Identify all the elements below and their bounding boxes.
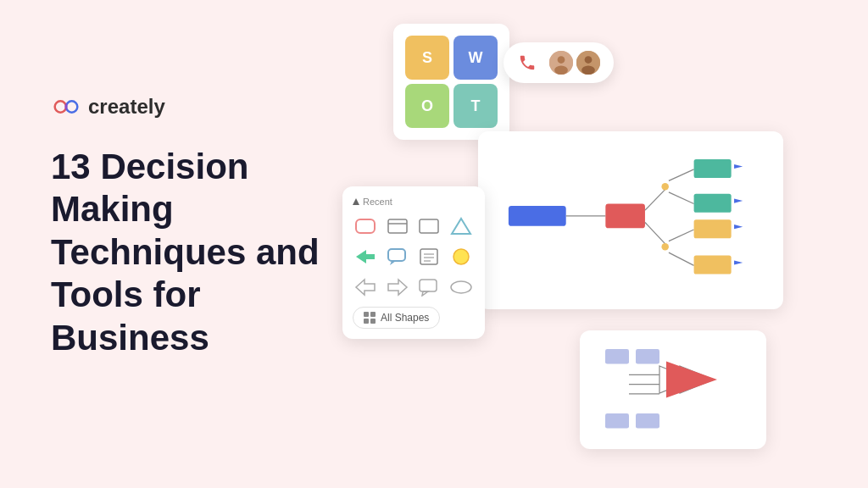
svg-line-18: [669, 252, 694, 265]
svg-rect-50: [605, 349, 629, 364]
svg-marker-44: [422, 291, 428, 296]
avatar-2: [575, 49, 602, 76]
svg-marker-23: [734, 164, 743, 169]
svg-marker-41: [356, 280, 375, 295]
creately-logo-icon: [51, 98, 81, 115]
shape-doc-item[interactable]: [416, 244, 442, 269]
svg-rect-58: [605, 413, 629, 429]
svg-rect-47: [370, 312, 376, 317]
svg-line-11: [645, 188, 666, 210]
svg-rect-34: [388, 249, 405, 261]
shape-oval-item[interactable]: [448, 274, 474, 300]
svg-line-17: [669, 230, 694, 241]
svg-rect-22: [694, 256, 732, 274]
swot-grid: S W O T: [405, 36, 498, 128]
svg-rect-21: [694, 219, 732, 238]
svg-marker-33: [356, 250, 375, 263]
svg-point-3: [558, 56, 565, 64]
svg-rect-29: [388, 219, 407, 233]
logo: creately: [51, 95, 373, 119]
svg-line-16: [669, 192, 694, 204]
shape-triangle-item[interactable]: [448, 214, 474, 239]
svg-marker-26: [734, 260, 743, 264]
flowchart-svg: [492, 145, 770, 296]
svg-point-1: [66, 101, 77, 112]
shape-comment-item[interactable]: [416, 274, 442, 300]
headline: 13 Decision Making Techniques and Tools …: [51, 146, 339, 359]
logo-text: creately: [88, 95, 165, 119]
svg-rect-20: [694, 194, 732, 213]
svg-rect-43: [420, 280, 437, 291]
flowchart-card: [478, 131, 783, 309]
svg-point-4: [554, 66, 568, 75]
svg-rect-8: [509, 206, 566, 226]
grid-icon: [364, 312, 376, 324]
arrow-diagram-card: [580, 330, 766, 449]
shape-circle-item[interactable]: [448, 244, 474, 269]
phone-icon: [515, 51, 539, 75]
shape-rounded-rect-item[interactable]: [353, 214, 378, 239]
shape-rect-item[interactable]: [416, 214, 442, 239]
shapes-recent-label: Recent: [353, 197, 475, 207]
svg-rect-46: [364, 312, 369, 317]
swot-card: S W O T: [393, 24, 509, 140]
all-shapes-button[interactable]: All Shapes: [353, 307, 440, 329]
svg-marker-57: [666, 361, 717, 397]
svg-rect-10: [605, 204, 645, 229]
avatar-group: [548, 49, 602, 76]
swot-o-cell: O: [405, 84, 449, 128]
svg-line-12: [645, 223, 666, 246]
shapes-panel: Recent: [342, 186, 485, 339]
shape-arrow-item[interactable]: [353, 244, 378, 269]
svg-rect-19: [694, 159, 732, 178]
avatar-1: [548, 49, 575, 76]
svg-rect-36: [420, 249, 437, 264]
svg-point-13: [661, 183, 668, 190]
svg-rect-31: [420, 219, 438, 233]
shape-speech-item[interactable]: [385, 244, 410, 269]
svg-point-0: [55, 101, 66, 112]
svg-line-15: [669, 169, 694, 181]
left-panel: creately 13 Decision Making Techniques a…: [51, 0, 373, 488]
svg-rect-49: [370, 319, 376, 324]
svg-marker-32: [452, 219, 470, 234]
swot-t-cell: T: [453, 84, 498, 128]
svg-marker-42: [388, 280, 407, 295]
svg-marker-27: [353, 198, 359, 205]
shape-browse-item[interactable]: [385, 214, 410, 239]
svg-marker-25: [734, 225, 743, 229]
shapes-grid-row1: [353, 214, 475, 300]
svg-rect-59: [636, 413, 659, 429]
svg-point-40: [453, 249, 469, 264]
svg-marker-24: [734, 199, 743, 203]
swot-w-cell: W: [453, 36, 498, 80]
swot-s-cell: S: [405, 36, 449, 80]
svg-point-14: [661, 243, 668, 250]
svg-point-45: [451, 281, 471, 293]
arrow-diagram-svg: [592, 342, 754, 437]
svg-rect-28: [356, 219, 375, 233]
svg-rect-51: [636, 349, 659, 364]
right-panel: S W O T: [342, 0, 868, 488]
svg-rect-48: [364, 319, 369, 324]
svg-point-6: [585, 56, 593, 64]
avatar-card: [504, 42, 614, 83]
svg-point-7: [581, 66, 595, 75]
shape-arrow-hollow-left-item[interactable]: [353, 274, 378, 300]
shape-arrow-hollow-right-item[interactable]: [385, 274, 410, 300]
